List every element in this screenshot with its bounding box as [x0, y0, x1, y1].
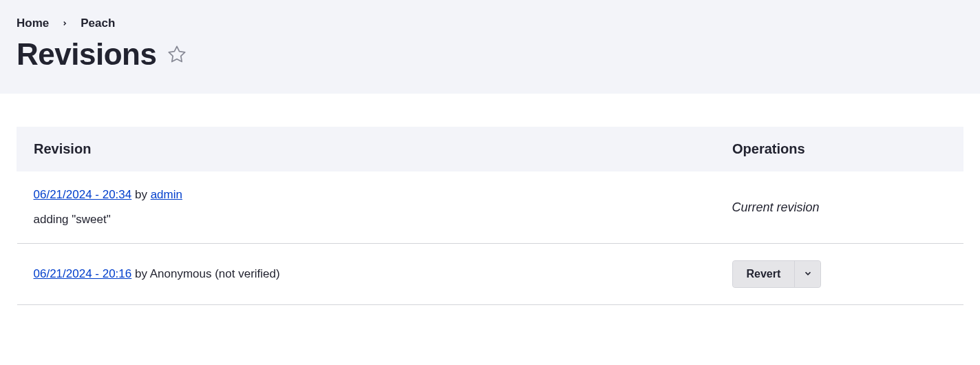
chevron-down-icon — [803, 269, 813, 280]
revision-timestamp-link[interactable]: 06/21/2024 - 20:34 — [34, 188, 132, 201]
dropbutton-toggle[interactable] — [794, 261, 820, 287]
operations-cell: Current revision — [716, 171, 963, 244]
header-region: Home Peach Revisions — [0, 0, 980, 94]
page-title: Revisions — [17, 37, 156, 72]
by-text: by — [131, 267, 149, 280]
breadcrumb: Home Peach — [17, 17, 963, 30]
page-title-row: Revisions — [17, 37, 963, 72]
chevron-right-icon — [61, 17, 68, 30]
revision-message: adding "sweet" — [34, 213, 699, 227]
header-revision: Revision — [17, 127, 716, 171]
revision-author: Anonymous (not verified) — [150, 267, 280, 280]
revert-button[interactable]: Revert — [733, 261, 795, 287]
table-row: 06/21/2024 - 20:16 by Anonymous (not ver… — [17, 244, 963, 305]
content-region: Revision Operations 06/21/2024 - 20:34 b… — [0, 94, 980, 322]
revisions-table: Revision Operations 06/21/2024 - 20:34 b… — [17, 127, 963, 305]
breadcrumb-home-link[interactable]: Home — [17, 17, 49, 30]
operations-cell: Revert — [716, 244, 963, 305]
dropbutton: Revert — [732, 260, 822, 288]
revision-cell: 06/21/2024 - 20:16 by Anonymous (not ver… — [17, 244, 716, 305]
current-revision-label: Current revision — [732, 200, 820, 214]
revision-cell: 06/21/2024 - 20:34 by admin adding "swee… — [17, 171, 716, 244]
by-text: by — [131, 188, 150, 201]
breadcrumb-current: Peach — [81, 17, 115, 30]
svg-marker-0 — [169, 46, 185, 61]
header-operations: Operations — [716, 127, 963, 171]
revision-author-link[interactable]: admin — [151, 188, 182, 201]
revision-timestamp-link[interactable]: 06/21/2024 - 20:16 — [34, 267, 132, 280]
table-row: 06/21/2024 - 20:34 by admin adding "swee… — [17, 171, 963, 244]
star-icon[interactable] — [167, 45, 187, 64]
